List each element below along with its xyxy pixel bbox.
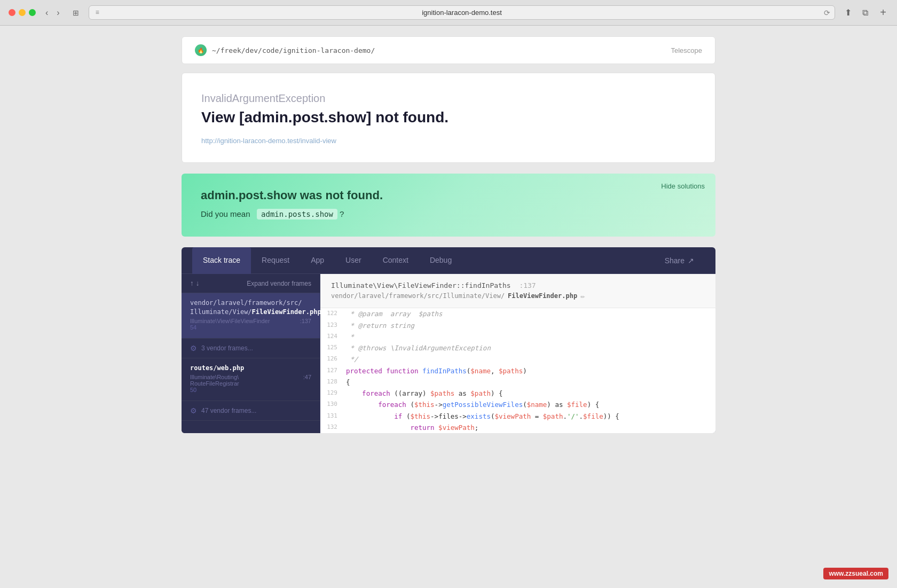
solution-section: Hide solutions admin.post.show was not f…	[182, 174, 715, 237]
line-num-122: 122	[320, 308, 344, 319]
exception-url[interactable]: http://ignition-laracon-demo.test/invali…	[201, 137, 336, 145]
fullscreen-button[interactable]	[29, 9, 36, 16]
header-path-text: ~/freek/dev/code/ignition-laracon-demo/	[212, 46, 375, 54]
line-num-127: 127	[320, 365, 344, 376]
forward-button[interactable]: ›	[53, 7, 62, 19]
line-content-122: * @param array $paths	[344, 308, 715, 319]
stack-panel: Stack trace Request App User Context Deb…	[182, 247, 715, 433]
telescope-link[interactable]: Telescope	[671, 46, 702, 54]
vendor-group-3[interactable]: ⚙ 3 vendor frames...	[182, 339, 320, 358]
line-num-130: 130	[320, 399, 344, 410]
close-button[interactable]	[9, 9, 15, 16]
code-line-123: 123 * @return string	[320, 320, 715, 331]
code-file-class: Illuminate\View\FileViewFinder::findInPa…	[331, 281, 705, 289]
frame-line-50: :47	[303, 374, 311, 387]
code-file-path: vendor/laravel/framework/src/Illuminate/…	[331, 292, 705, 300]
code-class-method: Illuminate\View\FileViewFinder::findInPa…	[331, 281, 511, 289]
sidebar-toggle-button[interactable]: ⊞	[69, 7, 82, 18]
solution-body: Did you mean admin.posts.show ?	[201, 209, 696, 219]
solution-suggestion: admin.posts.show	[257, 209, 337, 219]
header-path: 🔥 ~/freek/dev/code/ignition-laracon-demo…	[195, 44, 375, 56]
tab-request[interactable]: Request	[251, 247, 300, 274]
code-path-prefix: vendor/laravel/framework/src/Illuminate/…	[331, 292, 505, 300]
line-content-132: return $viewPath;	[344, 422, 715, 433]
code-line-129: 129 foreach ((array) $paths as $path) {	[320, 388, 715, 399]
code-lines: 122 * @param array $paths 123 * @return …	[320, 308, 715, 433]
page-content: 🔥 ~/freek/dev/code/ignition-laracon-demo…	[182, 26, 715, 444]
frame-number-50: 50	[190, 387, 311, 393]
frame-item-50[interactable]: routes/web.php Illuminate\Routing\RouteF…	[182, 358, 320, 401]
line-content-125: * @throws \InvalidArgumentException	[344, 342, 715, 354]
code-header: Illuminate\View\FileViewFinder::findInPa…	[320, 274, 715, 308]
line-content-126: */	[344, 354, 715, 365]
frame-item-54[interactable]: vendor/laravel/framework/src/Illuminate/…	[182, 293, 320, 339]
frame-sort-buttons: ↑ ↓	[190, 279, 199, 287]
menu-icon: ≡	[96, 9, 99, 16]
code-line-126: 126 */	[320, 354, 715, 365]
tab-user[interactable]: User	[335, 247, 372, 274]
minimize-button[interactable]	[19, 9, 26, 16]
vendor-gear-icon: ⚙	[190, 344, 197, 352]
traffic-lights	[9, 9, 36, 16]
line-num-126: 126	[320, 354, 344, 364]
code-line-ref: :137	[519, 281, 536, 289]
code-filename: FileViewFinder.php	[508, 292, 577, 300]
line-content-130: foreach ($this->getPossibleViewFiles($na…	[344, 399, 715, 410]
frame-file-50: routes/web.php	[190, 364, 311, 373]
share-button[interactable]: Share ↗	[654, 248, 705, 273]
stack-content: ↑ ↓ Expand vendor frames vendor/laravel/…	[182, 274, 715, 433]
vendor-label-3: 3 vendor frames...	[201, 344, 253, 352]
solution-title: admin.post.show was not found.	[201, 189, 696, 202]
tab-app[interactable]: App	[300, 247, 335, 274]
line-content-128: {	[344, 377, 715, 388]
code-line-132: 132 return $viewPath;	[320, 422, 715, 433]
new-tab-button[interactable]: +	[878, 5, 888, 20]
reader-view-button[interactable]: ⧉	[859, 6, 871, 19]
expand-vendor-button[interactable]: Expand vendor frames	[247, 280, 311, 287]
line-num-132: 132	[320, 422, 344, 433]
line-num-131: 131	[320, 411, 344, 421]
tab-debug[interactable]: Debug	[419, 247, 462, 274]
line-content-127: protected function findInPaths($name, $p…	[344, 365, 715, 377]
url-text: ignition-laracon-demo.test	[422, 9, 502, 17]
exception-type: InvalidArgumentException	[201, 92, 696, 105]
line-num-124: 124	[320, 331, 344, 342]
frame-class-54: Illuminate\View\FileViewFinder :137	[190, 318, 311, 324]
url-bar-wrapper: ≡ ignition-laracon-demo.test ⟳	[89, 5, 836, 20]
share-icon: ↗	[688, 256, 694, 265]
code-line-128: 128 {	[320, 377, 715, 388]
code-line-122: 122 * @param array $paths	[320, 308, 715, 319]
frame-line-54: :137	[300, 318, 311, 324]
browser-chrome: ‹ › ⊞ ≡ ignition-laracon-demo.test ⟳ ⬆ ⧉…	[0, 0, 897, 26]
back-button[interactable]: ‹	[42, 7, 51, 19]
frame-class-name-54: Illuminate\View\FileViewFinder	[190, 318, 270, 324]
reload-icon[interactable]: ⟳	[824, 9, 830, 17]
tab-stack-trace[interactable]: Stack trace	[192, 247, 251, 274]
vendor-group-47[interactable]: ⚙ 47 vendor frames...	[182, 401, 320, 421]
share-page-button[interactable]: ⬆	[841, 6, 855, 19]
line-content-131: if ($this->files->exists($viewPath = $pa…	[344, 411, 715, 422]
code-line-131: 131 if ($this->files->exists($viewPath =…	[320, 411, 715, 422]
edit-icon[interactable]: ✏	[580, 292, 585, 300]
sort-up-button[interactable]: ↑	[190, 279, 194, 287]
solution-body-prefix: Did you mean	[201, 209, 250, 218]
vendor-gear-icon-2: ⚙	[190, 406, 197, 415]
error-section: InvalidArgumentException View [admin.pos…	[182, 73, 715, 163]
browser-actions: ⬆ ⧉	[841, 6, 871, 19]
sort-down-button[interactable]: ↓	[196, 279, 200, 287]
line-content-123: * @return string	[344, 320, 715, 331]
header-bar: 🔥 ~/freek/dev/code/ignition-laracon-demo…	[182, 36, 715, 64]
tab-context[interactable]: Context	[372, 247, 419, 274]
stack-tabs: Stack trace Request App User Context Deb…	[182, 247, 715, 274]
hide-solutions-button[interactable]: Hide solutions	[661, 182, 705, 190]
exception-message: View [admin.post.show] not found.	[201, 108, 696, 127]
code-line-127: 127 protected function findInPaths($name…	[320, 365, 715, 377]
vendor-label-47: 47 vendor frames...	[201, 407, 256, 414]
frame-filename-50: routes/web.php	[190, 364, 244, 372]
line-num-123: 123	[320, 320, 344, 331]
frame-class-name-50: Illuminate\Routing\RouteFileRegistrar	[190, 374, 239, 387]
code-line-125: 125 * @throws \InvalidArgumentException	[320, 342, 715, 354]
url-bar[interactable]: ≡ ignition-laracon-demo.test ⟳	[89, 5, 836, 20]
code-viewer: Illuminate\View\FileViewFinder::findInPa…	[320, 274, 715, 433]
solution-body-suffix: ?	[340, 209, 344, 218]
